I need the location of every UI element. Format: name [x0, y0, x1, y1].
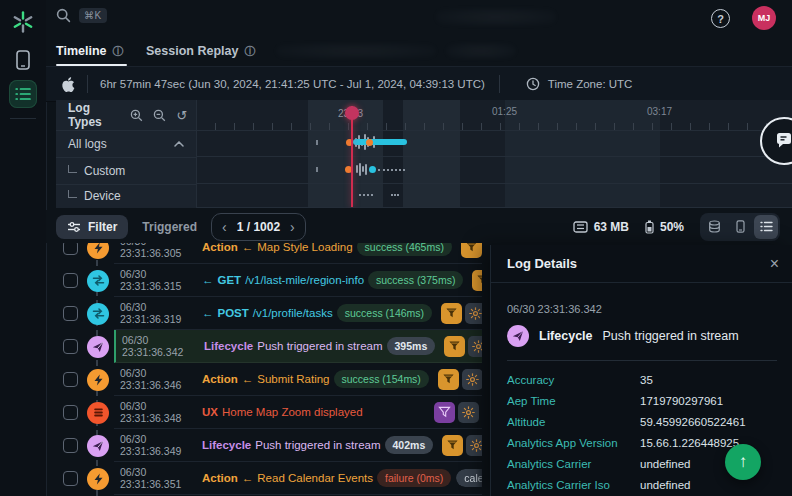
log-time: 06/30 23:31:36.319	[114, 301, 202, 325]
tab-timeline[interactable]: Timeline ⓘ	[56, 36, 123, 66]
view-device-icon[interactable]	[728, 215, 752, 239]
timeline-row-all-logs[interactable]: All logs	[56, 130, 196, 158]
log-message: Action←Read Calendar Events	[202, 472, 377, 484]
row-checkbox[interactable]	[63, 273, 78, 288]
timeline-row-custom[interactable]: Custom	[56, 157, 196, 185]
log-row-card[interactable]: 06/30 23:31:36.319 ←POST/v1/profile/task…	[114, 297, 482, 330]
view-list-icon[interactable]	[754, 215, 778, 239]
log-time: 06/30 23:31:36.342	[116, 334, 204, 358]
view-toggle	[700, 213, 780, 241]
redacted-blur	[436, 8, 556, 26]
timeline-row-device[interactable]: Device	[56, 184, 196, 207]
row-checkbox[interactable]	[63, 438, 78, 453]
help-icon[interactable]: ?	[711, 9, 730, 28]
details-timestamp: 06/30 23:31:36.342	[507, 303, 792, 315]
property-key: Aep Time	[507, 395, 640, 407]
filter-by-event-icon[interactable]	[438, 369, 459, 390]
device-nav-icon[interactable]	[9, 46, 37, 74]
event-settings-icon[interactable]	[466, 435, 482, 456]
previous-page-icon[interactable]: ‹	[222, 220, 227, 234]
sliders-icon	[67, 221, 81, 233]
property-value: undefined	[640, 479, 691, 491]
log-row-card[interactable]: 06/30 23:31:36.348 UXHome Map Zoom displ…	[114, 396, 482, 429]
status-badge: success (146ms)	[337, 304, 432, 322]
log-row-card[interactable]: 06/30 23:31:36.351 Action←Read Calendar …	[114, 462, 482, 495]
row-checkbox[interactable]	[63, 372, 78, 387]
row-checkbox[interactable]	[63, 306, 78, 321]
timeline-ruler: 01:25 03:17 23:33	[196, 100, 792, 131]
divider	[507, 360, 777, 361]
log-row[interactable]: 06/30 23:31:36.319 ←POST/v1/profile/task…	[46, 297, 482, 330]
details-message: Push triggered in stream	[603, 329, 739, 343]
log-row[interactable]: 06/30 23:31:36.342 LifecyclePush trigger…	[46, 330, 482, 363]
log-details-header: Log Details ×	[491, 245, 792, 283]
event-settings-icon[interactable]	[468, 336, 482, 357]
next-page-icon[interactable]: ›	[290, 220, 295, 234]
memory-icon	[573, 221, 588, 233]
playhead-handle[interactable]	[345, 106, 359, 120]
log-badges: success (146ms)	[337, 304, 432, 322]
tab-session-replay[interactable]: Session Replay ⓘ	[146, 36, 255, 66]
divider	[499, 75, 500, 93]
timeline-canvas[interactable]: 01:25 03:17 23:33	[196, 100, 792, 208]
row-checkbox[interactable]	[63, 405, 78, 420]
sidebar-divider	[10, 118, 36, 119]
triggered-filter-label[interactable]: Triggered	[142, 220, 197, 234]
event-settings-icon[interactable]	[465, 303, 482, 324]
logs-nav-icon[interactable]	[9, 80, 37, 108]
info-icon[interactable]: ⓘ	[112, 44, 123, 59]
row-separator	[196, 207, 792, 208]
property-key: Analytics App Version	[507, 437, 640, 449]
network-span-bar[interactable]	[353, 139, 407, 145]
filter-by-event-icon[interactable]	[442, 435, 463, 456]
session-duration: 6hr 57min 47sec (Jun 30, 2024, 21:41:25 …	[100, 78, 485, 90]
filter-button[interactable]: Filter	[56, 215, 128, 239]
ruler-ticks	[196, 123, 792, 130]
log-row[interactable]: 06/30 23:31:36.315 ←GET/v1/last-mile/reg…	[46, 264, 482, 297]
log-row-card[interactable]: 06/30 23:31:36.349 LifecyclePush trigger…	[114, 429, 482, 462]
row-checkbox[interactable]	[63, 339, 78, 354]
playhead-line[interactable]	[351, 106, 353, 207]
scroll-to-top-button[interactable]: ↑	[725, 444, 761, 480]
view-data-icon[interactable]	[702, 215, 726, 239]
zoom-in-icon[interactable]	[127, 109, 145, 122]
log-row-card[interactable]: 06/30 23:31:36.342 LifecyclePush trigger…	[114, 330, 482, 363]
global-search[interactable]: ⌘K	[56, 8, 107, 23]
filter-by-event-icon[interactable]	[472, 270, 482, 291]
log-row-card[interactable]: 06/30 23:31:36.346 Action←Submit Rating …	[114, 363, 482, 396]
row-separator	[196, 156, 792, 157]
app-logo-icon[interactable]	[9, 8, 37, 36]
log-row[interactable]: 06/30 23:31:36.349 LifecyclePush trigger…	[46, 429, 482, 462]
log-row[interactable]: 06/30 23:31:36.351 Action←Read Calendar …	[46, 462, 482, 495]
filter-by-event-icon[interactable]	[441, 303, 462, 324]
redacted-blur	[276, 43, 436, 59]
zoom-out-icon[interactable]	[150, 109, 168, 122]
log-row[interactable]: 06/30 23:31:36.346 Action←Submit Rating …	[46, 363, 482, 396]
lifecycle-send-icon	[507, 325, 529, 347]
reset-zoom-icon[interactable]: ↺	[173, 108, 191, 123]
log-row-card[interactable]: 06/30 23:31:36.315 ←GET/v1/last-mile/reg…	[114, 264, 482, 297]
status-badge: success (154ms)	[334, 370, 429, 388]
event-settings-icon[interactable]	[462, 369, 482, 390]
filter-by-event-icon[interactable]	[434, 402, 455, 423]
chevron-up-icon[interactable]	[174, 141, 184, 147]
info-icon[interactable]: ⓘ	[244, 44, 255, 59]
filter-by-event-icon[interactable]	[444, 336, 465, 357]
log-time: 06/30 23:31:36.348	[114, 400, 202, 424]
log-row[interactable]: 06/30 23:31:36.348 UXHome Map Zoom displ…	[46, 396, 482, 429]
log-badges: success (375ms)	[368, 271, 463, 289]
log-types-title: Log Types	[68, 101, 127, 129]
event-type-icon	[87, 435, 109, 457]
row-checkbox[interactable]	[63, 471, 78, 486]
event-settings-icon[interactable]	[458, 402, 479, 423]
event-dot[interactable]	[366, 139, 373, 146]
memory-stat: 63 MB	[573, 220, 629, 234]
pagination: ‹ 1 / 1002 ›	[211, 213, 306, 241]
avatar[interactable]: MJ	[752, 6, 776, 30]
event-dot[interactable]	[369, 166, 376, 173]
event-type-icon	[87, 336, 109, 358]
property-value: 35	[640, 374, 653, 386]
tab-session-replay-label: Session Replay	[146, 44, 238, 58]
close-icon[interactable]: ×	[770, 256, 779, 272]
log-details-title: Log Details	[507, 256, 770, 271]
